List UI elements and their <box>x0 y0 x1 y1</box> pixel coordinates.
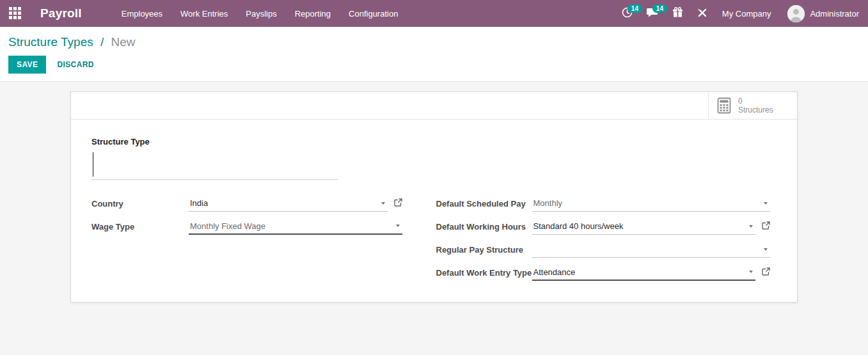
discard-button[interactable]: DISCARD <box>49 56 102 74</box>
field-row-wage-type: Wage Type Monthly Fixed Wage <box>91 219 402 237</box>
field-row-country: Country India <box>91 196 402 214</box>
content-area: 0 Structures Structure Type Country <box>0 82 868 355</box>
default-working-hours-label: Default Working Hours <box>436 219 532 237</box>
wage-type-label: Wage Type <box>91 219 189 237</box>
default-scheduled-pay-select[interactable]: Monthly <box>532 196 771 212</box>
wage-type-select[interactable]: Monthly Fixed Wage <box>189 219 402 235</box>
structure-type-input[interactable] <box>91 150 338 180</box>
field-row-default-work-entry-type: Default Work Entry Type Attendance <box>436 265 771 283</box>
top-navbar: Payroll Employees Work Entries Payslips … <box>0 0 868 27</box>
left-column: Country India Wage Type <box>91 196 434 288</box>
menu-work-entries[interactable]: Work Entries <box>171 0 237 27</box>
menu-configuration[interactable]: Configuration <box>340 0 407 27</box>
breadcrumb-structure-types[interactable]: Structure Types <box>8 35 93 49</box>
chevron-down-icon <box>749 225 753 228</box>
gift-icon <box>672 7 683 20</box>
right-column: Default Scheduled Pay Monthly Default Wo… <box>434 196 777 288</box>
country-external-link-icon[interactable] <box>394 198 402 207</box>
field-row-default-working-hours: Default Working Hours Standard 40 hours/… <box>436 219 771 237</box>
text-cursor <box>93 152 93 177</box>
breadcrumb-new: New <box>111 35 136 49</box>
chevron-down-icon <box>764 248 768 251</box>
menu-reporting[interactable]: Reporting <box>286 0 340 27</box>
menu-employees[interactable]: Employees <box>113 0 171 27</box>
gift-button[interactable] <box>665 0 690 27</box>
structure-type-block: Structure Type <box>91 137 777 180</box>
structure-type-label: Structure Type <box>91 137 777 146</box>
regular-pay-structure-input[interactable] <box>532 242 771 258</box>
chevron-down-icon <box>764 202 768 205</box>
country-label: Country <box>91 196 189 214</box>
apps-menu-icon[interactable] <box>9 7 22 20</box>
chevron-down-icon <box>396 225 400 227</box>
working-hours-external-link-icon[interactable] <box>762 221 770 230</box>
save-button[interactable]: SAVE <box>8 56 46 74</box>
menu-payslips[interactable]: Payslips <box>237 0 285 27</box>
field-group: Country India Wage Type <box>91 196 777 288</box>
chevron-down-icon <box>381 202 385 205</box>
activities-button[interactable]: 14 <box>615 0 640 27</box>
field-row-default-scheduled-pay: Default Scheduled Pay Monthly <box>436 196 771 214</box>
work-entry-type-external-link-icon[interactable] <box>762 267 770 276</box>
wrench-icon <box>697 8 707 20</box>
default-work-entry-type-label: Default Work Entry Type <box>436 265 532 283</box>
regular-pay-structure-label: Regular Pay Structure <box>436 242 532 260</box>
country-input[interactable]: India <box>189 196 388 212</box>
default-working-hours-input[interactable]: Standard 40 hours/week <box>532 219 756 235</box>
default-work-entry-type-input[interactable]: Attendance <box>532 265 756 281</box>
company-switcher[interactable]: My Company <box>714 9 779 19</box>
form-sheet: 0 Structures Structure Type Country <box>70 91 798 303</box>
sheet-body: Structure Type Country India <box>71 120 797 288</box>
button-box: 0 Structures <box>71 92 797 120</box>
default-scheduled-pay-label: Default Scheduled Pay <box>436 196 532 214</box>
stat-label: Structures <box>738 106 773 114</box>
main-menu: Employees Work Entries Payslips Reportin… <box>113 0 407 27</box>
breadcrumb: Structure Types / New <box>8 35 858 49</box>
user-menu[interactable]: Administrator <box>778 5 863 22</box>
avatar <box>787 5 805 22</box>
systray: 14 14 My Company Administrator <box>615 0 863 27</box>
control-panel: Structure Types / New SAVE DISCARD <box>0 27 868 82</box>
stat-count: 0 <box>738 97 773 106</box>
messages-button[interactable]: 14 <box>640 0 665 27</box>
control-panel-buttons: SAVE DISCARD <box>8 56 858 74</box>
breadcrumb-separator: / <box>100 35 104 49</box>
chevron-down-icon <box>749 271 753 273</box>
tools-button[interactable] <box>690 0 714 27</box>
user-name: Administrator <box>810 9 859 19</box>
field-row-regular-pay-structure: Regular Pay Structure <box>436 242 771 260</box>
app-brand[interactable]: Payroll <box>40 6 82 20</box>
calculator-icon <box>716 97 732 114</box>
structures-stat-button[interactable]: 0 Structures <box>708 92 797 119</box>
